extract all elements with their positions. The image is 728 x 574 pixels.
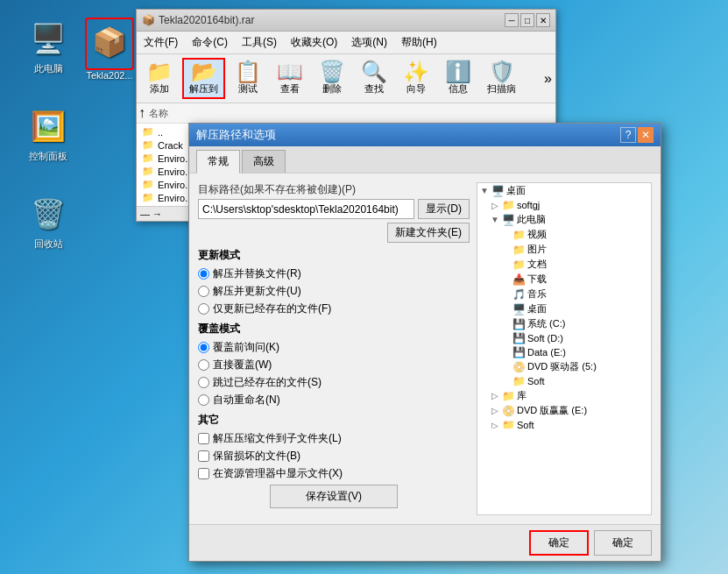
toolbar-view-btn[interactable]: 📖 查看 [271,59,309,98]
tree-item-label: 系统 (C:) [527,317,565,330]
tree-item-label: 图片 [527,243,547,256]
folder-icon: 📁 [502,199,515,211]
control-panel-label: 控制面板 [29,151,67,162]
tree-item-label: 文档 [527,258,547,271]
folder-icon: 📁 [512,259,526,271]
toolbar-delete-btn[interactable]: 🗑️ 删除 [313,59,351,98]
toolbar-scan-btn[interactable]: 🛡️ 扫描病 [481,59,522,98]
rar-nav-bar: ↑ 名称 [137,103,555,124]
update-radio-replace[interactable] [198,268,209,280]
file-name: .. [158,127,163,138]
update-option-existing[interactable]: 仅更新已经存在的文件(F) [198,301,470,316]
overwrite-label-rename: 自动重命名(N) [213,393,280,407]
overwrite-option-direct[interactable]: 直接覆盖(W) [198,358,470,372]
rar-toolbar: 📁 添加 📂 解压到 📋 测试 📖 查看 🗑️ 删除 🔍 查找 ✨ 向导 ℹ️ [137,54,555,103]
menu-tools[interactable]: 工具(S) [238,33,280,52]
overwrite-radio-skip[interactable] [198,377,209,388]
tree-item[interactable]: 📁 Soft [477,374,651,388]
tree-item[interactable]: ▷ 📁 库 [477,388,651,403]
tree-item[interactable]: ▷ 📁 Soft [477,418,651,429]
overwrite-option-ask[interactable]: 覆盖前询问(K) [198,340,470,355]
drive-icon: 📀 [512,361,526,373]
dialog-body: 目标路径(如果不存在将被创建)(P) 显示(D) 新建文件夹(E) 更新模式 解… [189,174,661,524]
menu-options[interactable]: 选项(N) [348,33,391,52]
toolbar-wizard-btn[interactable]: ✨ 向导 [397,59,435,98]
toolbar-scan-label: 扫描病 [487,82,516,96]
toolbar-find-btn[interactable]: 🔍 查找 [355,59,393,98]
dialog-left-panel: 目标路径(如果不存在将被创建)(P) 显示(D) 新建文件夹(E) 更新模式 解… [198,182,470,515]
tree-item-label: Soft (D:) [527,333,563,344]
overwrite-mode-group: 覆盖前询问(K) 直接覆盖(W) 跳过已经存在的文件(S) 自动重命名(N) [198,340,470,407]
tree-item[interactable]: 🎵 音乐 [477,287,651,301]
menu-command[interactable]: 命令(C) [188,33,231,52]
toolbar-more-btn[interactable]: » [544,71,552,87]
update-radio-existing[interactable] [198,303,209,315]
tree-item-label: DVD 版赢赢 (E:) [517,404,587,417]
menu-file[interactable]: 文件(F) [140,33,181,52]
control-panel-icon: 🖼️ [27,105,69,147]
toolbar-add-btn[interactable]: 📁 添加 [140,59,179,98]
tree-view[interactable]: ▼ 🖥️ 桌面 ▷ 📁 softgj ▼ 🖥️ 此电脑 [477,183,651,429]
cancel-btn[interactable]: 确定 [594,530,652,556]
tree-item[interactable]: ▷ 📀 DVD 版赢赢 (E:) [477,403,651,418]
tree-item[interactable]: 💾 Data (E:) [477,345,651,359]
tree-item[interactable]: ▼ 🖥️ 此电脑 [477,212,651,227]
tree-item[interactable]: 🖥️ 桌面 [477,301,651,316]
update-label-update: 解压并更新文件(U) [213,284,301,299]
new-folder-btn[interactable]: 新建文件夹(E) [387,223,470,243]
menu-help[interactable]: 帮助(H) [398,33,441,52]
overwrite-option-skip[interactable]: 跳过已经存在的文件(S) [198,375,470,390]
other-option-explorer[interactable]: 在资源管理器中显示文件(X) [198,466,470,481]
rar-close-btn[interactable]: ✕ [536,13,550,27]
nav-path: 名称 [149,107,168,120]
toolbar-test-btn[interactable]: 📋 测试 [229,59,267,98]
tree-item-label: Data (E:) [527,347,566,358]
desktop-icon-trash[interactable]: 🗑️ 回收站 [18,193,79,250]
dialog-titlebar: 解压路径和选项 ? ✕ [189,124,661,146]
nav-up-btn[interactable]: ↑ [138,105,145,121]
pc-icon: 🖥️ [27,18,69,60]
tree-item[interactable]: 📁 图片 [477,242,651,257]
folder-icon: 📁 [142,126,154,138]
overwrite-option-rename[interactable]: 自动重命名(N) [198,393,470,407]
desktop-icon-tekla[interactable]: 📦 Tekla202... [79,18,140,81]
overwrite-radio-rename[interactable] [198,394,209,406]
tree-item[interactable]: 📀 DVD 驱动器 (5:) [477,359,651,374]
checkbox-subfolder[interactable] [198,433,209,444]
rar-maximize-btn[interactable]: □ [520,13,534,27]
update-option-update[interactable]: 解压并更新文件(U) [198,284,470,299]
desktop-icon-control[interactable]: 🖼️ 控制面板 [18,105,79,162]
ok-btn[interactable]: 确定 [529,530,589,556]
dialog-help-btn[interactable]: ? [620,127,636,143]
path-input[interactable] [198,199,414,219]
other-option-subfolder[interactable]: 解压压缩文件到子文件夹(L) [198,431,470,446]
overwrite-radio-direct[interactable] [198,359,209,371]
dialog-close-btn[interactable]: ✕ [638,127,654,143]
tab-normal[interactable]: 常规 [196,150,240,174]
tree-item[interactable]: 💾 Soft (D:) [477,331,651,345]
tab-advanced[interactable]: 高级 [242,150,286,173]
tree-item[interactable]: 💾 系统 (C:) [477,316,651,331]
save-settings-btn[interactable]: 保存设置(V) [270,485,398,508]
update-radio-update[interactable] [198,286,209,297]
tree-item[interactable]: 📁 视频 [477,227,651,242]
update-option-replace[interactable]: 解压并替换文件(R) [198,266,470,281]
toolbar-view-label: 查看 [280,82,300,96]
rar-minimize-btn[interactable]: ─ [505,13,519,27]
tree-item[interactable]: ▼ 🖥️ 桌面 [477,183,651,198]
overwrite-radio-ask[interactable] [198,342,209,353]
other-option-damaged[interactable]: 保留损坏的文件(B) [198,449,470,464]
menu-favorites[interactable]: 收藏夹(O) [287,33,341,52]
toolbar-wizard-label: 向导 [406,82,426,96]
tree-item[interactable]: ▷ 📁 softgj [477,198,651,212]
tree-item[interactable]: 📥 下载 [477,272,651,287]
rar-menu-bar: 文件(F) 命令(C) 工具(S) 收藏夹(O) 选项(N) 帮助(H) [137,32,555,54]
toolbar-info-btn[interactable]: ℹ️ 信息 [439,59,477,98]
checkbox-damaged[interactable] [198,450,209,462]
tree-item[interactable]: 📁 文档 [477,257,651,272]
checkbox-explorer[interactable] [198,468,209,479]
desktop-icon-pc[interactable]: 🖥️ 此电脑 [18,18,79,74]
display-btn[interactable]: 显示(D) [418,199,470,219]
tree-expand-icon [500,377,511,386]
toolbar-extract-btn[interactable]: 📂 解压到 [182,58,225,99]
